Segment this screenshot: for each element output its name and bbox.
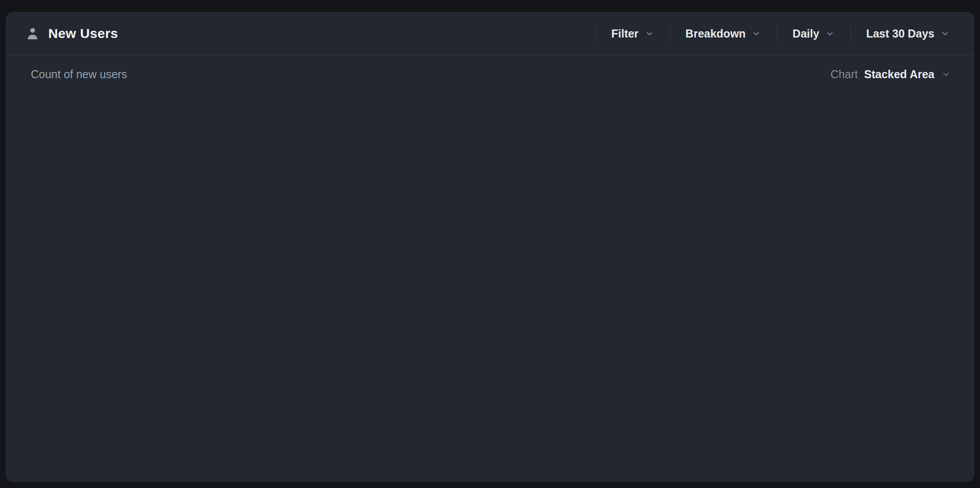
page-title: New Users (48, 26, 118, 41)
chart-type-caption: Chart (830, 68, 858, 81)
header-controls: Filter Breakdown Daily Last 30 Days (595, 25, 953, 42)
chart-type-value: Stacked Area (864, 68, 935, 81)
breakdown-label: Breakdown (686, 27, 746, 40)
metric-label: Count of new users (31, 68, 127, 81)
breakdown-dropdown[interactable]: Breakdown (670, 27, 777, 40)
granularity-label: Daily (792, 27, 819, 40)
title-wrap: New Users (25, 26, 118, 41)
date-range-label: Last 30 Days (866, 27, 934, 40)
card-header: New Users Filter Breakdown Daily Last 30… (6, 13, 974, 55)
filter-label: Filter (611, 27, 638, 40)
chart-type-dropdown[interactable]: Chart Stacked Area (830, 68, 951, 81)
chevron-down-icon (825, 28, 835, 39)
new-users-card: New Users Filter Breakdown Daily Last 30… (6, 12, 974, 482)
chart-subheader: Count of new users Chart Stacked Area (6, 66, 974, 82)
date-range-dropdown[interactable]: Last 30 Days (851, 27, 953, 40)
user-icon (25, 26, 40, 41)
chevron-down-icon (644, 28, 655, 39)
chevron-down-icon (751, 28, 762, 39)
chevron-down-icon (941, 69, 951, 80)
chevron-down-icon (940, 28, 951, 39)
granularity-dropdown[interactable]: Daily (777, 27, 850, 40)
filter-dropdown[interactable]: Filter (596, 27, 670, 40)
